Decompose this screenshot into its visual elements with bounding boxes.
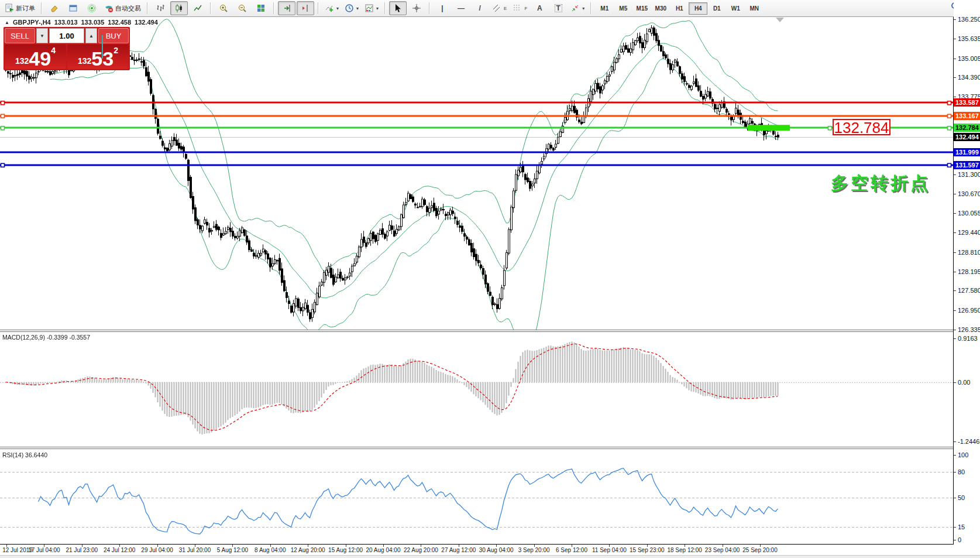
axis-tick-mark [954, 59, 956, 59]
chart-shift-marker-icon[interactable] [776, 18, 784, 22]
timeframe-m1[interactable]: M1 [595, 2, 614, 15]
axis-tick-mark [954, 97, 956, 97]
trendline-icon: / [479, 5, 480, 12]
toolbar-separator [384, 2, 386, 14]
price-tag: 132.784 [954, 124, 980, 132]
ohlc-open: 133.013 [54, 19, 78, 26]
rsi-panel-canvas[interactable] [0, 449, 953, 544]
crosshair-icon [412, 4, 421, 13]
toolbar-separator [429, 2, 430, 14]
volume-increase-button[interactable]: ▲ [85, 28, 97, 43]
bar-chart-button[interactable] [152, 1, 169, 15]
channel-tool-button[interactable]: E [490, 1, 509, 15]
time-tick-mark [6, 545, 7, 547]
sell-price-big: 49 [29, 49, 51, 68]
chart-shift-button[interactable] [297, 1, 314, 15]
auto-trading-button[interactable]: 自动交易 [102, 1, 143, 15]
price-tag: 131.999 [954, 148, 980, 156]
auto-scroll-icon [282, 4, 291, 13]
indicators-button[interactable]: ▾ [322, 1, 341, 15]
timeframe-h4[interactable]: H4 [689, 2, 707, 15]
vertical-line-tool-button[interactable]: | [434, 1, 451, 15]
crosshair-tool-button[interactable] [408, 1, 425, 15]
timeframe-d1[interactable]: D1 [707, 2, 726, 15]
buy-price-sup: 2 [114, 46, 118, 55]
timeframe-mn[interactable]: MN [745, 2, 764, 15]
axis-tick-label: 126.950 [958, 307, 980, 314]
axis-tick-label: 136.250 [958, 16, 980, 23]
axis-tick-mark [954, 77, 956, 78]
periods-button[interactable]: ▾ [342, 1, 361, 15]
axis-tick-label: -1.2446 [958, 438, 979, 445]
time-tick-mark [383, 545, 384, 547]
axis-tick-label: 50 [958, 494, 965, 501]
new-chart-window-button[interactable] [64, 1, 82, 15]
fibonacci-tool-button[interactable]: F [510, 1, 529, 15]
axis-tick-mark [954, 232, 956, 233]
sell-button[interactable]: SELL [5, 28, 35, 43]
chart-eraser-button[interactable] [46, 1, 63, 15]
buy-price-block[interactable]: 132 53 2 [67, 44, 129, 69]
toolbar-separator [147, 2, 148, 14]
teal-vertical-line [102, 35, 103, 59]
symbol-line: ▲ GBPJPY-,H4 133.013 133.035 132.458 132… [5, 19, 158, 26]
volume-decrease-button[interactable]: ▼ [36, 28, 48, 43]
axis-tick-mark [954, 540, 956, 540]
horizontal-line-tool-button[interactable]: — [452, 1, 470, 15]
axis-tick-mark [954, 382, 956, 383]
signals-button[interactable] [83, 1, 101, 15]
time-label: 27 Aug 12:00 [441, 547, 476, 553]
ohlc-low: 132.458 [108, 19, 131, 26]
axis-tick-label: 130.055 [958, 210, 980, 217]
toolbar-separator [210, 2, 211, 14]
zoom-in-button[interactable] [215, 1, 232, 15]
one-click-trading-panel: SELL ▼ ▲ BUY 132 49 4 132 53 2 [4, 27, 130, 70]
time-tick-mark [685, 545, 685, 547]
time-label: 15 Sep 23:00 [630, 547, 665, 553]
timeframe-m30[interactable]: M30 [651, 2, 670, 15]
auto-scroll-button[interactable] [278, 1, 295, 15]
sell-price-sup: 4 [51, 46, 56, 55]
cursor-tool-button[interactable] [389, 1, 407, 15]
time-label: 11 Sep 04:00 [592, 547, 627, 553]
timeframe-h1[interactable]: H1 [670, 2, 689, 15]
axis-tick-label: 131.300 [958, 171, 980, 178]
trade-panel-header: SELL ▼ ▲ BUY [5, 28, 129, 43]
price-axis[interactable]: 136.250135.635135.005134.390133.775131.3… [954, 0, 980, 558]
new-order-label: 新订单 [16, 4, 35, 13]
arrows-tool-button[interactable]: ▾ [568, 1, 587, 15]
collapse-arrow-icon[interactable]: ▲ [5, 20, 9, 25]
axis-tick-mark [954, 174, 956, 175]
fibonacci-letter: F [524, 6, 527, 11]
time-tick-mark [572, 545, 572, 547]
trade-panel-prices: 132 49 4 132 53 2 [5, 44, 129, 69]
axis-tick-mark [954, 330, 956, 330]
volume-input[interactable] [49, 28, 84, 43]
trendline-tool-button[interactable]: / [471, 1, 489, 15]
templates-button[interactable]: ▾ [362, 1, 381, 15]
line-chart-button[interactable] [189, 1, 207, 15]
turning-point-annotation[interactable]: 多空转折点 [831, 172, 930, 196]
tile-windows-icon [256, 4, 266, 13]
chart-area: ▲ GBPJPY-,H4 133.013 133.035 132.458 132… [0, 17, 980, 558]
timeframe-m5[interactable]: M5 [614, 2, 632, 15]
sell-price-block[interactable]: 132 49 4 [5, 44, 66, 69]
macd-panel-canvas[interactable] [0, 332, 953, 447]
price-tag: 131.597 [954, 161, 980, 169]
candlestick-chart-button[interactable] [170, 1, 188, 15]
zoom-out-button[interactable] [233, 1, 251, 15]
text-tool-button[interactable]: A [531, 1, 548, 15]
new-order-button[interactable]: 新订单 [2, 1, 37, 15]
time-tick-mark [119, 545, 120, 547]
new-order-icon [5, 4, 14, 13]
ohlc-high: 133.035 [81, 19, 105, 26]
text-label-tool-button[interactable]: T [549, 1, 567, 15]
main-chart-canvas[interactable] [0, 17, 953, 330]
price-annotation-box[interactable]: 132.784 [833, 119, 890, 135]
tile-windows-button[interactable] [252, 1, 270, 15]
timeframe-w1[interactable]: W1 [726, 2, 745, 15]
price-tag: 132.494 [954, 133, 980, 141]
time-label: 12 Aug 20:00 [291, 547, 325, 553]
timeframe-m15[interactable]: M15 [632, 2, 651, 15]
time-axis[interactable]: 12 Jul 201917 Jul 04:0021 Jul 23:0024 Ju… [0, 545, 953, 555]
